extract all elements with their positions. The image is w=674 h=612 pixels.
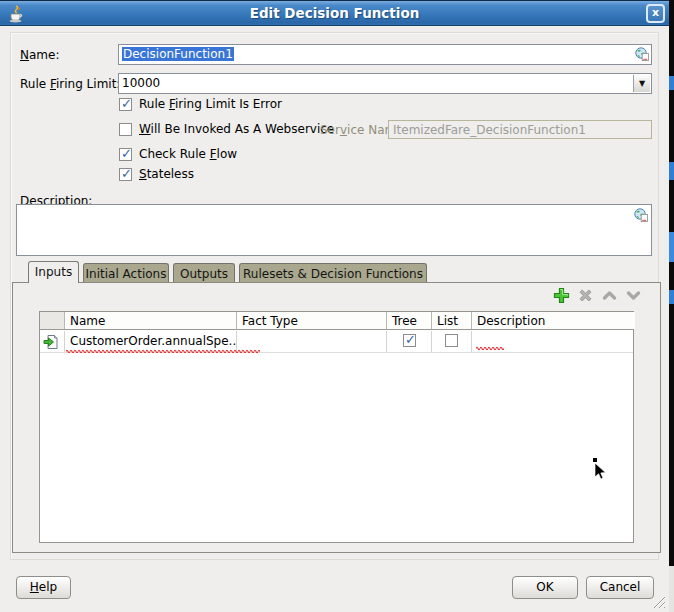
tree-checkbox[interactable] [403,334,416,347]
check-rule-flow-checkbox[interactable] [119,148,132,161]
stateless-checkbox[interactable] [119,168,132,181]
tab-rulesets-decision-functions[interactable]: Rulesets & Decision Functions [239,263,427,283]
add-icon[interactable] [553,287,570,304]
input-fact-icon [43,334,59,350]
resize-grip-icon[interactable] [651,596,666,609]
inputs-tab-panel: Name Fact Type Tree List Description Cu [12,282,661,553]
name-error-squiggle [66,348,260,353]
translatable-icon[interactable] [634,208,648,222]
cell-tree [387,331,432,352]
name-input-value: DecisionFunction1 [122,47,234,61]
tab-initial-actions[interactable]: Initial Actions [83,263,169,283]
name-input[interactable]: DecisionFunction1 [118,44,652,65]
inputs-table[interactable]: Name Fact Type Tree List Description Cu [39,311,634,543]
service-name-input: ItemizedFare_DecisionFunction1 [388,120,652,139]
column-header-name[interactable]: Name [65,312,237,329]
delete-icon[interactable] [577,287,594,304]
table-header: Name Fact Type Tree List Description [40,312,633,330]
edit-decision-function-dialog: Edit Decision Function x Name: DecisionF… [0,0,669,612]
ok-button[interactable]: OK [512,576,578,599]
rule-firing-limit-combobox[interactable]: 10000 ▼ [118,73,652,94]
tab-inputs[interactable]: Inputs [28,261,79,283]
help-button[interactable]: Help [16,576,71,599]
inputs-toolbar [553,287,642,304]
description-error-squiggle [476,345,504,350]
invoked-as-webservice-label[interactable]: Will Be Invoked As A Webservice [139,122,334,136]
column-header-list[interactable]: List [432,312,472,329]
move-up-icon[interactable] [601,287,618,304]
chevron-down-icon[interactable]: ▼ [633,75,650,92]
translatable-icon[interactable] [635,47,649,61]
list-checkbox[interactable] [445,334,458,347]
service-name-value: ItemizedFare_DecisionFunction1 [393,123,586,137]
invoked-as-webservice-checkbox[interactable] [119,123,132,136]
close-button[interactable]: x [646,4,665,23]
cell-list [432,331,472,352]
check-rule-flow-label[interactable]: Check Rule Flow [139,147,237,161]
rule-firing-limit-is-error-checkbox[interactable] [119,98,132,111]
rule-firing-limit-label: Rule Firing Limit: [20,77,120,91]
column-header-fact-type[interactable]: Fact Type [237,312,387,329]
move-down-icon[interactable] [625,287,642,304]
description-textarea[interactable] [16,204,652,256]
mouse-cursor [592,458,608,480]
cancel-button[interactable]: Cancel [586,576,654,599]
tab-outputs[interactable]: Outputs [173,263,235,283]
screenshot-root: Edit Decision Function x Name: DecisionF… [0,0,674,612]
rule-firing-limit-is-error-label[interactable]: Rule Firing Limit Is Error [139,97,282,111]
rule-firing-limit-value: 10000 [122,76,160,91]
column-header-icon[interactable] [40,312,65,329]
name-label: Name: [20,48,59,62]
stateless-label[interactable]: Stateless [139,167,194,181]
titlebar[interactable]: Edit Decision Function x [0,0,669,26]
column-header-description[interactable]: Description [472,312,635,329]
column-header-tree[interactable]: Tree [387,312,432,329]
dialog-title: Edit Decision Function [0,5,669,21]
